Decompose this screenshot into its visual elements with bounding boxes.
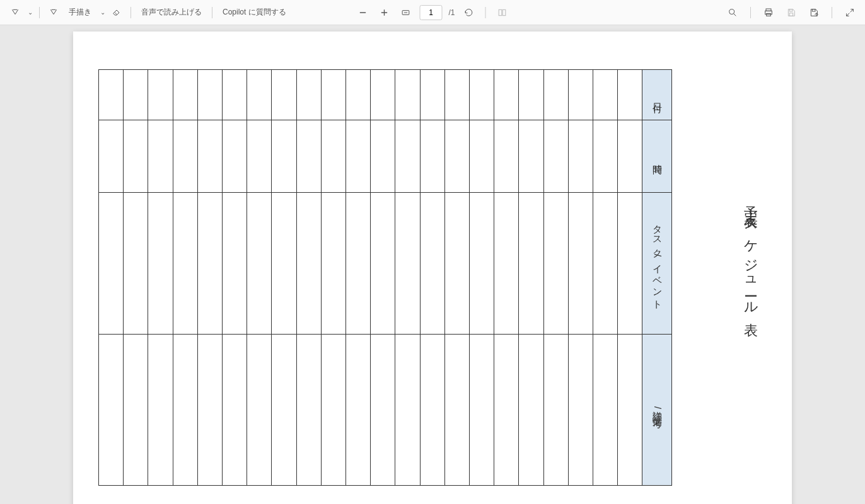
table-cell — [371, 335, 395, 486]
table-cell — [346, 70, 371, 120]
table-cell — [247, 335, 272, 486]
handwriting-button[interactable]: 手描き — [65, 4, 95, 20]
table-cell — [470, 120, 494, 193]
table-cell — [395, 193, 420, 335]
header-label: 時間 — [651, 157, 663, 159]
table-cell — [148, 335, 173, 486]
table-cell — [470, 70, 494, 120]
svg-rect-12 — [789, 9, 792, 11]
eraser-icon[interactable] — [109, 5, 124, 20]
table-cell — [593, 335, 618, 486]
page-view-icon — [495, 5, 510, 20]
header-label: 日付 — [651, 96, 663, 98]
svg-line-15 — [850, 9, 854, 12]
table-row: 詳細/備考 — [99, 335, 672, 486]
table-cell — [321, 120, 345, 193]
table-cell — [296, 70, 321, 120]
header-label: 詳細/備考 — [651, 404, 663, 413]
table-cell — [272, 70, 296, 120]
table-cell — [99, 193, 124, 335]
separator — [832, 7, 832, 18]
table-cell — [223, 335, 247, 486]
table-cell — [420, 193, 444, 335]
table-cell — [618, 335, 642, 486]
svg-rect-6 — [502, 9, 506, 15]
table-cell — [494, 120, 519, 193]
table-cell — [148, 120, 173, 193]
table-cell — [395, 70, 420, 120]
schedule-table: 日付時間タスク/イベント詳細/備考 — [98, 69, 672, 486]
highlighter-icon[interactable] — [8, 5, 23, 20]
table-cell — [519, 120, 543, 193]
table-cell — [321, 335, 345, 486]
table-cell — [272, 120, 296, 193]
table-cell — [543, 193, 568, 335]
document-area[interactable]: 日付時間タスク/イベント詳細/備考 予定表・スケジュール表 — [0, 25, 865, 504]
table-cell — [543, 70, 568, 120]
rotate-icon[interactable] — [462, 5, 477, 20]
toolbar-right — [725, 5, 857, 20]
search-icon[interactable] — [725, 5, 740, 20]
table-cell — [223, 193, 247, 335]
table-cell — [444, 120, 469, 193]
table-cell — [197, 335, 222, 486]
svg-rect-14 — [812, 9, 815, 11]
table-cell — [420, 70, 444, 120]
table-cell — [395, 120, 420, 193]
fullscreen-icon[interactable] — [842, 5, 857, 20]
table-cell — [470, 335, 494, 486]
toolbar: ⌄ 手描き ⌄ 音声で読み上げる Copilot に質問する — [0, 0, 865, 25]
table-cell — [444, 193, 469, 335]
document-page: 日付時間タスク/イベント詳細/備考 予定表・スケジュール表 — [73, 32, 792, 504]
svg-point-7 — [729, 9, 734, 14]
table-cell — [371, 120, 395, 193]
table-cell — [543, 335, 568, 486]
table-cell — [173, 120, 197, 193]
svg-line-16 — [847, 13, 850, 16]
table-cell — [519, 193, 543, 335]
table-cell — [148, 70, 173, 120]
svg-rect-13 — [789, 13, 792, 16]
zoom-out-icon[interactable] — [355, 5, 370, 20]
table-row: 日付 — [99, 70, 672, 120]
table-cell — [568, 70, 593, 120]
table-cell — [99, 335, 124, 486]
print-icon[interactable] — [761, 5, 776, 20]
table-cell — [197, 120, 222, 193]
table-cell — [99, 70, 124, 120]
table-cell — [618, 70, 642, 120]
table-cell — [470, 193, 494, 335]
table-container: 日付時間タスク/イベント詳細/備考 — [98, 69, 723, 498]
table-cell — [296, 193, 321, 335]
svg-line-8 — [734, 13, 736, 16]
page-number-input[interactable] — [419, 5, 442, 20]
copilot-button[interactable]: Copilot に質問する — [219, 4, 290, 20]
read-aloud-button[interactable]: 音声で読み上げる — [137, 4, 206, 20]
table-cell — [296, 120, 321, 193]
table-cell — [593, 120, 618, 193]
table-cell — [247, 193, 272, 335]
table-cell — [444, 70, 469, 120]
table-cell — [568, 335, 593, 486]
fit-page-icon[interactable] — [398, 5, 413, 20]
table-cell — [247, 120, 272, 193]
table-cell — [99, 120, 124, 193]
table-cell — [568, 193, 593, 335]
table-cell — [148, 193, 173, 335]
table-cell — [346, 193, 371, 335]
toolbar-left: ⌄ 手描き ⌄ 音声で読み上げる Copilot に質問する — [8, 4, 290, 20]
pen-icon[interactable] — [46, 5, 61, 20]
table-cell — [420, 120, 444, 193]
document-title: 予定表・スケジュール表 — [741, 195, 760, 498]
save-as-icon[interactable] — [806, 5, 821, 20]
table-cell — [444, 335, 469, 486]
table-cell — [173, 70, 197, 120]
zoom-in-icon[interactable] — [376, 5, 392, 20]
table-cell — [568, 120, 593, 193]
table-cell — [124, 120, 148, 193]
separator — [212, 7, 212, 18]
chevron-down-icon[interactable]: ⌄ — [28, 9, 33, 16]
table-cell — [371, 193, 395, 335]
table-cell — [197, 70, 222, 120]
chevron-down-icon[interactable]: ⌄ — [100, 9, 105, 16]
